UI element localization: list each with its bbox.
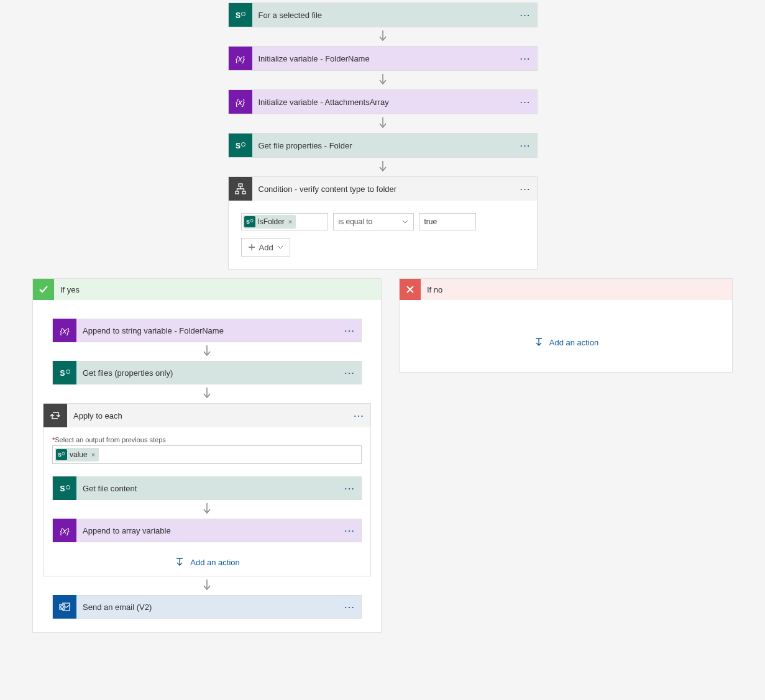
more-icon[interactable]: ··· — [515, 54, 537, 63]
outlook-icon — [53, 595, 76, 619]
step-title: Get file properties - Folder — [252, 141, 515, 150]
branch-label: If yes — [54, 285, 80, 294]
step-title: Initialize variable - FolderName — [252, 54, 515, 63]
sharepoint-icon — [229, 3, 252, 27]
step-condition[interactable]: Condition - verify content type to folde… — [228, 176, 538, 270]
more-icon[interactable]: ··· — [339, 602, 361, 612]
step-title: Append to string variable - FolderName — [76, 326, 339, 335]
step-title: For a selected file — [252, 11, 515, 20]
plus-icon — [248, 243, 255, 251]
sharepoint-icon — [229, 134, 252, 157]
step-get-file-properties[interactable]: Get file properties - Folder ··· — [228, 133, 538, 158]
svg-rect-0 — [239, 184, 242, 186]
select-value: is equal to — [339, 217, 373, 226]
add-action-label: Add an action — [549, 338, 599, 347]
add-condition-button[interactable]: Add — [241, 238, 290, 257]
branch-header-yes: If yes — [33, 279, 381, 300]
add-label: Add — [259, 243, 273, 252]
more-icon[interactable]: ··· — [515, 11, 537, 20]
step-apply-to-each[interactable]: Apply to each ··· *Select an output from… — [43, 403, 371, 576]
flow-arrow — [202, 342, 212, 361]
step-for-selected-file[interactable]: For a selected file ··· — [228, 2, 538, 27]
variable-icon: {x} — [229, 47, 252, 70]
chip-label: value — [70, 450, 88, 459]
more-icon[interactable]: ··· — [339, 326, 361, 335]
more-icon[interactable]: ··· — [515, 184, 537, 194]
more-icon[interactable]: ··· — [515, 141, 537, 150]
step-get-file-content[interactable]: Get file content ··· — [52, 476, 362, 500]
condition-body: IsFolder × is equal to true Add — [229, 201, 537, 269]
condition-icon — [229, 177, 252, 201]
chevron-down-icon — [277, 245, 283, 249]
step-append-string[interactable]: {x} Append to string variable - FolderNa… — [52, 319, 362, 342]
condition-operator-select[interactable]: is equal to — [333, 213, 414, 230]
step-title: Condition - verify content type to folde… — [252, 184, 515, 194]
add-action-button[interactable]: Add an action — [533, 337, 599, 347]
step-title: Apply to each — [67, 411, 348, 420]
rhs-value: true — [424, 217, 437, 226]
add-action-button[interactable]: Add an action — [174, 557, 240, 567]
close-icon — [400, 279, 421, 300]
flow-arrow — [378, 158, 388, 176]
step-title: Initialize variable - AttachmentsArray — [252, 98, 515, 107]
branch-header-no: If no — [400, 279, 732, 300]
step-append-array[interactable]: {x} Append to array variable ··· — [52, 519, 362, 542]
foreach-input-field[interactable]: value × — [52, 445, 362, 464]
more-icon[interactable]: ··· — [339, 368, 361, 378]
flow-arrow — [202, 500, 212, 519]
step-title: Send an email (V2) — [76, 602, 339, 612]
variable-icon: {x} — [53, 519, 76, 542]
loop-icon — [44, 404, 67, 427]
more-icon[interactable]: ··· — [348, 411, 370, 420]
chip-label: IsFolder — [258, 217, 285, 226]
chip-remove-icon[interactable]: × — [91, 451, 95, 458]
flow-arrow — [202, 384, 212, 403]
chevron-down-icon — [402, 220, 408, 224]
step-init-foldername[interactable]: {x} Initialize variable - FolderName ··· — [228, 46, 538, 71]
foreach-input-label: *Select an output from previous steps — [52, 436, 166, 443]
svg-rect-1 — [236, 191, 239, 194]
step-send-email[interactable]: Send an email (V2) ··· — [52, 595, 362, 619]
condition-lhs-input[interactable]: IsFolder × — [241, 213, 328, 230]
branch-if-yes: If yes {x} Append to string variable - F… — [32, 278, 382, 633]
branch-label: If no — [421, 285, 442, 294]
check-icon — [33, 279, 54, 300]
sharepoint-icon — [56, 449, 67, 460]
sharepoint-icon — [53, 476, 76, 500]
more-icon[interactable]: ··· — [515, 98, 537, 107]
chip-remove-icon[interactable]: × — [288, 218, 292, 225]
svg-rect-2 — [242, 191, 245, 194]
sharepoint-icon — [244, 216, 255, 227]
add-action-label: Add an action — [190, 558, 240, 567]
variable-icon: {x} — [229, 90, 252, 114]
dynamic-content-chip[interactable]: IsFolder × — [243, 215, 296, 229]
sharepoint-icon — [53, 361, 76, 384]
flow-arrow — [378, 27, 388, 46]
more-icon[interactable]: ··· — [339, 526, 361, 535]
branch-if-no: If no Add an action — [399, 278, 733, 373]
step-title: Append to array variable — [76, 526, 339, 535]
flow-arrow — [378, 71, 388, 89]
step-title: Get files (properties only) — [76, 368, 339, 378]
variable-icon: {x} — [53, 319, 76, 342]
more-icon[interactable]: ··· — [339, 484, 361, 493]
step-get-files[interactable]: Get files (properties only) ··· — [52, 361, 362, 384]
step-init-attachmentsarray[interactable]: {x} Initialize variable - AttachmentsArr… — [228, 89, 538, 114]
flow-arrow — [378, 114, 388, 133]
condition-rhs-input[interactable]: true — [419, 213, 476, 230]
flow-arrow — [202, 576, 212, 595]
flow-canvas: For a selected file ··· {x} Initialize v… — [0, 0, 765, 658]
dynamic-content-chip[interactable]: value × — [55, 448, 99, 461]
step-title: Get file content — [76, 484, 339, 493]
